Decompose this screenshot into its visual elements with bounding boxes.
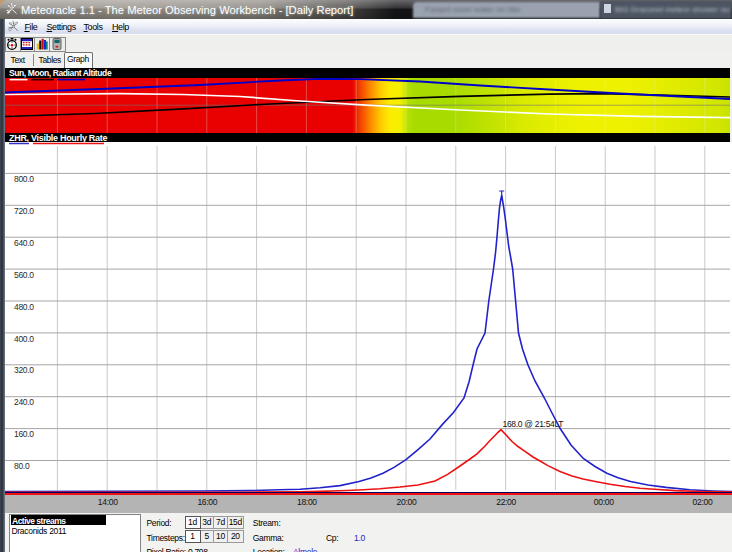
svg-text:640.0: 640.0 xyxy=(14,238,34,248)
svg-text:720.0: 720.0 xyxy=(14,206,34,216)
svg-text:168.0 @ 21:54LT: 168.0 @ 21:54LT xyxy=(503,419,564,429)
svg-text:80.0: 80.0 xyxy=(14,461,30,471)
svg-text:480.0: 480.0 xyxy=(14,302,34,312)
svg-text:160.0: 160.0 xyxy=(14,429,34,439)
svg-text:800.0: 800.0 xyxy=(14,174,34,184)
svg-text:320.0: 320.0 xyxy=(14,365,34,375)
svg-text:560.0: 560.0 xyxy=(14,270,34,280)
svg-text:400.0: 400.0 xyxy=(14,334,34,344)
svg-text:240.0: 240.0 xyxy=(14,397,34,407)
